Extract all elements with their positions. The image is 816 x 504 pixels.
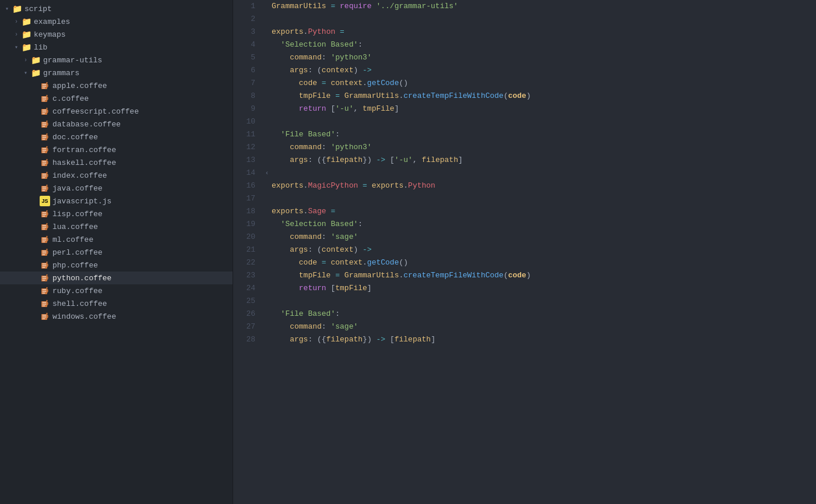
fold-arrow[interactable]	[262, 295, 272, 308]
line-number: 18	[238, 205, 255, 218]
line-number: 22	[238, 256, 255, 269]
line-number: 7	[238, 77, 255, 90]
tree-item-label: grammar-utils	[43, 56, 102, 65]
sidebar-item-fortran.coffee[interactable]: fortran.coffee	[0, 143, 233, 156]
sidebar-item-shell.coffee[interactable]: shell.coffee	[0, 297, 233, 310]
fold-arrow[interactable]	[262, 218, 272, 231]
tree-item-label: shell.coffee	[52, 299, 107, 308]
fold-arrow[interactable]	[262, 103, 272, 115]
line-number: 27	[238, 320, 255, 333]
tree-item-label: haskell.coffee	[52, 158, 116, 167]
fold-arrow[interactable]	[262, 13, 272, 26]
code-line: exports.MagicPython = exports.Python	[272, 179, 804, 192]
svg-point-29	[46, 274, 47, 276]
sidebar-item-database.coffee[interactable]: database.coffee	[0, 118, 233, 131]
fold-arrow[interactable]	[262, 26, 272, 38]
line-number: 20	[238, 231, 255, 244]
folder-icon: 📁	[30, 68, 41, 78]
fold-arrow[interactable]	[262, 90, 272, 103]
code-line	[272, 295, 804, 308]
js-file-icon: JS	[40, 196, 50, 206]
sidebar-item-haskell.coffee[interactable]: haskell.coffee	[0, 156, 233, 169]
fold-arrow[interactable]	[262, 51, 272, 64]
fold-arrow[interactable]	[262, 320, 272, 333]
fold-arrow[interactable]	[262, 141, 272, 154]
coffee-file-icon	[40, 119, 50, 129]
sidebar-item-java.coffee[interactable]: java.coffee	[0, 182, 233, 195]
coffee-file-icon	[40, 144, 50, 155]
fold-arrow[interactable]	[262, 205, 272, 218]
sidebar-item-keymaps[interactable]: 📁keymaps	[0, 28, 233, 41]
fold-arrow[interactable]	[262, 333, 272, 346]
fold-arrow[interactable]	[262, 38, 272, 51]
sidebar-item-grammar-utils[interactable]: 📁grammar-utils	[0, 54, 233, 66]
line-number: 2	[238, 13, 255, 26]
coffee-file-icon	[40, 234, 50, 245]
line-numbers: 1234567891011121314161718192021222324252…	[233, 0, 262, 504]
sidebar-item-examples[interactable]: 📁examples	[0, 15, 233, 28]
fold-arrow[interactable]	[262, 128, 272, 141]
sidebar-item-ml.coffee[interactable]: ml.coffee	[0, 233, 233, 246]
sidebar-item-script[interactable]: 📁script	[0, 2, 233, 15]
fold-arrow[interactable]	[262, 179, 272, 192]
code-line: args: ({filepath}) -> ['-u', filepath]	[272, 154, 804, 167]
tree-item-label: index.coffee	[52, 171, 107, 180]
code-line: GrammarUtils = require '../grammar-utils…	[272, 0, 804, 13]
tree-item-label: examples	[34, 17, 70, 26]
svg-point-23	[46, 236, 47, 237]
sidebar-item-lib[interactable]: 📁lib	[0, 41, 233, 54]
code-line: args: (context) ->	[272, 64, 804, 77]
sidebar-item-javascript.js[interactable]: JSjavascript.js	[0, 195, 233, 207]
fold-arrow[interactable]	[262, 244, 272, 256]
tree-item-label: python.coffee	[52, 274, 111, 283]
sidebar-item-apple.coffee[interactable]: apple.coffee	[0, 79, 233, 92]
fold-arrow[interactable]	[262, 282, 272, 295]
fold-arrow[interactable]	[262, 0, 272, 13]
arrow-icon	[2, 4, 12, 13]
fold-arrow[interactable]: ‹	[262, 167, 272, 179]
fold-arrow[interactable]	[262, 154, 272, 167]
fold-arrow[interactable]	[262, 64, 272, 77]
sidebar-item-grammars[interactable]: 📁grammars	[0, 66, 233, 79]
sidebar-item-index.coffee[interactable]: index.coffee	[0, 169, 233, 182]
code-line: 'Selection Based':	[272, 38, 804, 51]
sidebar-item-perl.coffee[interactable]: perl.coffee	[0, 246, 233, 259]
tree-item-label: php.coffee	[52, 261, 98, 270]
line-number	[238, 346, 255, 359]
code-line: command: 'python3'	[272, 141, 804, 154]
svg-point-13	[46, 159, 47, 160]
code-line: code = context.getCode()	[272, 256, 804, 269]
line-number: 10	[238, 115, 255, 128]
sidebar-item-lua.coffee[interactable]: lua.coffee	[0, 220, 233, 233]
code-line: 'File Based':	[272, 308, 804, 320]
fold-arrow[interactable]	[262, 256, 272, 269]
sidebar-item-windows.coffee[interactable]: windows.coffee	[0, 310, 233, 323]
line-number: 24	[238, 282, 255, 295]
fold-arrow[interactable]	[262, 269, 272, 282]
fold-arrow[interactable]	[262, 346, 272, 359]
sidebar-item-c.coffee[interactable]: c.coffee	[0, 92, 233, 105]
fold-arrow[interactable]	[262, 192, 272, 205]
tree-item-label: perl.coffee	[52, 248, 103, 257]
sidebar-item-python.coffee[interactable]: python.coffee	[0, 272, 233, 284]
code-line: 'Selection Based':	[272, 218, 804, 231]
code-line: tmpFile = GrammarUtils.createTempFileWit…	[272, 269, 804, 282]
code-line: exports.Python =	[272, 26, 804, 38]
sidebar-item-lisp.coffee[interactable]: lisp.coffee	[0, 207, 233, 220]
sidebar-item-php.coffee[interactable]: php.coffee	[0, 259, 233, 272]
coffee-file-icon	[40, 247, 50, 258]
fold-arrow[interactable]	[262, 77, 272, 90]
svg-point-17	[46, 185, 47, 186]
sidebar: 📁script📁examples📁keymaps📁lib📁grammar-uti…	[0, 0, 233, 504]
code-line: return ['-u', tmpFile]	[272, 103, 804, 115]
sidebar-item-ruby.coffee[interactable]: ruby.coffee	[0, 284, 233, 297]
svg-point-25	[46, 249, 47, 250]
svg-point-31	[46, 287, 47, 288]
folder-icon: 📁	[21, 42, 31, 52]
folder-icon: 📁	[12, 3, 22, 14]
sidebar-item-coffeescript.coffee[interactable]: coffeescript.coffee	[0, 105, 233, 118]
sidebar-item-doc.coffee[interactable]: doc.coffee	[0, 131, 233, 143]
fold-arrow[interactable]	[262, 308, 272, 320]
fold-arrow[interactable]	[262, 231, 272, 244]
fold-arrow[interactable]	[262, 115, 272, 128]
